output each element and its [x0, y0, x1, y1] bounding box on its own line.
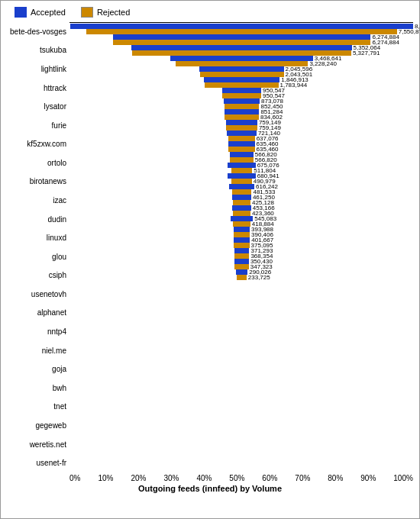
bar-rejected: 6,274,884	[113, 40, 371, 45]
bar-rejected: 637,076	[228, 136, 254, 141]
bar-accepted: 759,149	[226, 120, 257, 125]
bar-rejected-label: 233,725	[247, 275, 270, 280]
bar-accepted: 545,083	[231, 216, 253, 221]
bar-rejected: 423,360	[233, 211, 250, 216]
bar-row: 5,352,0645,327,791	[70, 45, 413, 56]
bar-accepted: 461,250	[232, 195, 251, 200]
y-label: gegeweb	[7, 418, 66, 432]
y-label: lysator	[7, 100, 66, 114]
bar-rejected: 347,323	[234, 264, 249, 269]
x-axis-label: 60%	[262, 474, 277, 482]
bar-accepted: 635,460	[228, 141, 254, 147]
rejected-legend-box	[81, 7, 93, 18]
x-axis-label: 100%	[393, 474, 413, 482]
bar-row: 290,026233,725	[70, 269, 413, 280]
bar-rejected: 390,406	[234, 232, 250, 237]
bar-row: 1,846,9131,783,944	[70, 77, 413, 88]
y-label: dudin	[7, 212, 66, 226]
bar-row: 873,078852,450	[70, 98, 413, 109]
bar-row: 350,430347,323	[70, 259, 413, 269]
bar-rejected: 950,547	[222, 93, 261, 98]
x-axis-label: 10%	[98, 474, 113, 482]
bars-area: 8,341,0867,550,8796,274,8846,274,8845,35…	[69, 22, 413, 23]
bar-row: 453,166423,360	[70, 205, 413, 216]
chart-area: bete-des-vosgestsukubalightlinkhttrackly…	[7, 22, 413, 472]
y-label: tsukuba	[7, 44, 66, 57]
bar-row: 393,988390,406	[70, 227, 413, 237]
bar-row: 8,341,0867,550,879	[70, 24, 413, 34]
y-label: tnet	[7, 400, 66, 414]
x-axis-title: Outgoing feeds (innfeed) by Volume	[7, 484, 413, 493]
y-label: ortolo	[7, 156, 66, 169]
y-label: izac	[7, 193, 66, 207]
bar-rejected-label: 7,550,879	[397, 29, 420, 34]
bar-row: 616,242481,533	[70, 184, 413, 195]
bar-accepted: 851,284	[225, 109, 260, 114]
bar-accepted: 453,166	[232, 205, 250, 211]
bar-accepted: 566,820	[230, 152, 254, 157]
bar-accepted: 8,341,086	[70, 24, 413, 29]
bars-wrapper: 8,341,0867,550,8796,274,8846,274,8845,35…	[69, 22, 413, 472]
bar-accepted: 680,941	[228, 173, 256, 179]
y-label: httrack	[7, 81, 66, 95]
bar-accepted: 721,140	[227, 131, 257, 136]
y-label: kf5zxw.com	[7, 137, 66, 151]
rejected-legend-label: Rejected	[97, 8, 130, 17]
bar-accepted: 401,667	[234, 237, 250, 243]
bar-row: 545,083418,884	[70, 216, 413, 227]
bar-row: 401,667375,095	[70, 237, 413, 248]
bar-accepted: 1,846,913	[204, 77, 279, 82]
bar-row: 950,547950,547	[70, 88, 413, 98]
bar-accepted: 616,242	[229, 184, 254, 189]
bar-rejected: 425,128	[233, 200, 250, 205]
bar-rejected: 635,460	[228, 147, 254, 152]
bar-rejected-label: 3,228,240	[308, 61, 337, 66]
x-axis-label: 80%	[328, 474, 343, 482]
y-label: niel.me	[7, 343, 66, 357]
bar-accepted: 371,293	[234, 248, 250, 253]
accepted-legend-box	[15, 7, 27, 18]
y-label: weretis.net	[7, 437, 66, 451]
bar-accepted: 2,045,596	[199, 66, 283, 72]
bar-row: 851,284834,602	[70, 109, 413, 120]
bar-row: 675,076511,804	[70, 163, 413, 173]
bar-rejected: 490,979	[231, 179, 251, 184]
y-label: goja	[7, 363, 66, 376]
bar-row: 461,250425,128	[70, 195, 413, 205]
bar-rejected: 852,450	[225, 104, 260, 109]
bar-rejected: 566,820	[230, 157, 254, 163]
bar-rejected: 7,550,879	[86, 29, 396, 34]
x-axis-label: 50%	[229, 474, 244, 482]
y-label: csiph	[7, 269, 66, 282]
bar-row: 635,460635,460	[70, 141, 413, 152]
x-axis-labels: 0%10%20%30%40%50%60%70%80%90%100%	[69, 472, 413, 482]
y-label: alphanet	[7, 306, 66, 320]
bar-row: 759,149759,149	[70, 120, 413, 131]
bar-accepted: 290,026	[236, 269, 248, 275]
bar-row: 721,140637,076	[70, 131, 413, 141]
y-label: nntp4	[7, 325, 66, 339]
bar-accepted: 873,078	[224, 98, 260, 104]
bar-accepted: 6,274,884	[113, 34, 371, 40]
legend: Accepted Rejected	[7, 7, 413, 18]
bar-accepted: 5,352,064	[131, 45, 351, 50]
y-label: linuxd	[7, 231, 66, 245]
bar-rejected: 511,804	[231, 168, 253, 173]
bar-row: 566,820566,820	[70, 152, 413, 163]
bar-accepted: 950,547	[222, 88, 261, 93]
bar-rejected: 375,095	[234, 243, 249, 248]
y-label: birotanews	[7, 175, 66, 189]
bar-accepted: 3,468,641	[170, 56, 313, 61]
bar-rejected: 233,725	[237, 275, 247, 280]
x-axis-label: 40%	[196, 474, 212, 482]
bar-accepted: 350,430	[234, 259, 249, 264]
bar-accepted: 393,988	[234, 227, 250, 232]
bar-row: 3,468,6413,228,240	[70, 56, 413, 66]
y-label: furie	[7, 118, 66, 132]
bar-row: 680,941490,979	[70, 173, 413, 184]
y-label: bwh	[7, 381, 66, 395]
x-axis-label: 70%	[295, 474, 310, 482]
y-label: usenetovh	[7, 287, 66, 301]
bar-rejected: 481,533	[232, 189, 252, 195]
bar-rejected: 2,043,501	[200, 72, 284, 77]
